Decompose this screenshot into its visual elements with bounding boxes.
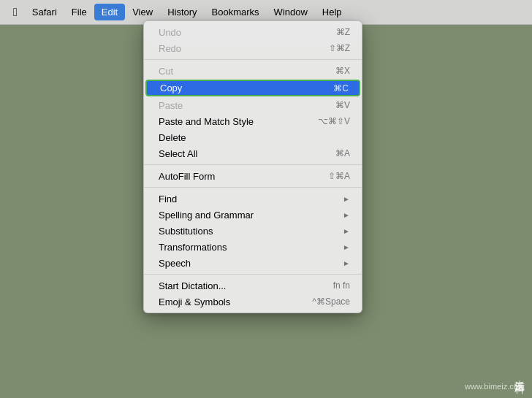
substitutions-menu-item[interactable]: Substitutions ► bbox=[144, 223, 362, 239]
cut-shortcut: ⌘X bbox=[335, 66, 350, 76]
find-label: Find bbox=[159, 194, 177, 204]
spelling-label: Spelling and Grammar bbox=[159, 210, 254, 221]
cut-menu-item[interactable]: Cut ⌘X bbox=[144, 63, 362, 79]
emoji-label: Emoji & Symbols bbox=[159, 296, 230, 307]
undo-menu-item[interactable]: Undo ⌘Z bbox=[144, 24, 362, 40]
find-menu-item[interactable]: Find ► bbox=[144, 191, 362, 207]
select-all-menu-item[interactable]: Select All ⌘A bbox=[144, 145, 362, 161]
dictation-menu-item[interactable]: Start Dictation... fn fn bbox=[144, 278, 362, 294]
window-menu-item[interactable]: Window bbox=[267, 4, 315, 20]
separator-3 bbox=[144, 187, 362, 188]
substitutions-arrow-icon: ► bbox=[343, 227, 350, 235]
find-arrow-icon: ► bbox=[343, 195, 350, 203]
dictation-label: Start Dictation... bbox=[159, 280, 226, 291]
speech-label: Speech bbox=[159, 258, 191, 269]
separator-1 bbox=[144, 59, 362, 60]
autofill-menu-item[interactable]: AutoFill Form ⇧⌘A bbox=[144, 168, 362, 184]
undo-label: Undo bbox=[159, 27, 181, 38]
paste-label: Paste bbox=[159, 100, 183, 111]
watermark-url: www.bimeiz.com bbox=[465, 382, 525, 391]
transformations-menu-item[interactable]: Transformations ► bbox=[144, 239, 362, 255]
emoji-menu-item[interactable]: Emoji & Symbols ^⌘Space bbox=[144, 294, 362, 310]
speech-arrow-icon: ► bbox=[343, 259, 350, 267]
copy-label: Copy bbox=[160, 83, 182, 93]
file-menu-item[interactable]: File bbox=[64, 4, 94, 20]
transformations-arrow-icon: ► bbox=[343, 243, 350, 251]
speech-menu-item[interactable]: Speech ► bbox=[144, 255, 362, 271]
redo-menu-item[interactable]: Redo ⇧⌘Z bbox=[144, 40, 362, 56]
edit-menu-item[interactable]: Edit bbox=[94, 4, 125, 20]
delete-label: Delete bbox=[159, 132, 186, 143]
substitutions-label: Substitutions bbox=[159, 226, 213, 237]
separator-4 bbox=[144, 274, 362, 275]
history-menu-item[interactable]: History bbox=[160, 4, 204, 20]
paste-menu-item[interactable]: Paste ⌘V bbox=[144, 97, 362, 113]
paste-match-menu-item[interactable]: Paste and Match Style ⌥⌘⇧V bbox=[144, 113, 362, 129]
edit-dropdown-menu: Undo ⌘Z Redo ⇧⌘Z Cut ⌘X Copy ⌘C Paste ⌘V… bbox=[143, 20, 362, 313]
autofill-shortcut: ⇧⌘A bbox=[328, 171, 350, 181]
dictation-shortcut: fn fn bbox=[333, 280, 350, 291]
spelling-arrow-icon: ► bbox=[343, 211, 350, 219]
autofill-label: AutoFill Form bbox=[159, 171, 215, 182]
copy-shortcut: ⌘C bbox=[333, 83, 349, 93]
apple-menu-item[interactable]:  bbox=[6, 4, 25, 20]
select-all-shortcut: ⌘A bbox=[335, 148, 350, 158]
spelling-menu-item[interactable]: Spelling and Grammar ► bbox=[144, 207, 362, 223]
undo-shortcut: ⌘Z bbox=[336, 27, 350, 37]
cut-label: Cut bbox=[159, 66, 173, 77]
bookmarks-menu-item[interactable]: Bookmarks bbox=[205, 4, 267, 20]
view-menu-item[interactable]: View bbox=[125, 4, 160, 20]
paste-match-label: Paste and Match Style bbox=[159, 116, 254, 127]
emoji-shortcut: ^⌘Space bbox=[312, 296, 350, 307]
redo-label: Redo bbox=[159, 43, 181, 54]
safari-menu-item[interactable]: Safari bbox=[25, 4, 64, 20]
watermark-cn-text: 生活百科 bbox=[513, 372, 526, 378]
separator-2 bbox=[144, 164, 362, 165]
delete-menu-item[interactable]: Delete bbox=[144, 129, 362, 145]
redo-shortcut: ⇧⌘Z bbox=[329, 43, 350, 53]
paste-shortcut: ⌘V bbox=[335, 100, 350, 110]
transformations-label: Transformations bbox=[159, 242, 227, 253]
copy-menu-item[interactable]: Copy ⌘C bbox=[145, 80, 360, 96]
select-all-label: Select All bbox=[159, 148, 197, 159]
paste-match-shortcut: ⌥⌘⇧V bbox=[318, 116, 350, 126]
help-menu-item[interactable]: Help bbox=[315, 4, 349, 20]
